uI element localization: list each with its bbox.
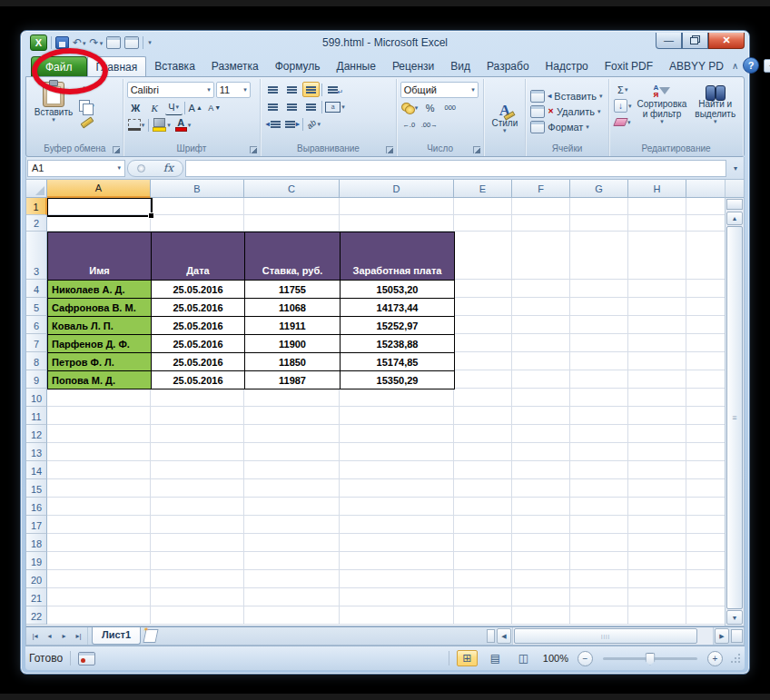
cell-C10[interactable] — [244, 389, 340, 407]
cell-B10[interactable] — [151, 389, 244, 407]
workbook-minimize-button[interactable]: — — [764, 59, 770, 73]
cell-E5[interactable] — [454, 298, 512, 316]
cell-A13[interactable] — [47, 443, 151, 461]
row-header-12[interactable]: 12 — [26, 425, 47, 443]
cell-G19[interactable] — [570, 552, 628, 570]
cell-G13[interactable] — [570, 443, 628, 461]
sheet-tab-list1[interactable]: Лист1 — [92, 627, 141, 645]
cell-H7[interactable] — [628, 334, 686, 352]
table-cell[interactable]: Николаев А. Д. — [48, 281, 152, 299]
cell-E14[interactable] — [454, 461, 512, 479]
cell-F2[interactable] — [512, 215, 570, 232]
horizontal-split-handle[interactable] — [487, 629, 495, 643]
cell-D1[interactable] — [340, 198, 454, 215]
cell-C14[interactable] — [244, 461, 340, 479]
cell-A19[interactable] — [47, 552, 151, 570]
scroll-left-icon[interactable]: ◀ — [497, 628, 511, 644]
cell-D11[interactable] — [340, 407, 454, 425]
cell-A18[interactable] — [47, 534, 151, 552]
cell-B22[interactable] — [151, 606, 244, 625]
delete-cells-button[interactable]: ✕Удалить▾ — [530, 104, 607, 119]
cell-E18[interactable] — [454, 534, 512, 552]
table-cell[interactable]: 15174,85 — [341, 353, 455, 371]
cell-C22[interactable] — [244, 606, 340, 625]
cell-H21[interactable] — [628, 588, 686, 606]
cell-F18[interactable] — [512, 534, 570, 552]
cell-B18[interactable] — [151, 534, 244, 552]
paste-button[interactable]: Вставить▾ — [29, 80, 78, 143]
cell-A21[interactable] — [47, 588, 151, 606]
table-tool-icon-1[interactable] — [106, 36, 121, 49]
zoom-slider[interactable] — [603, 657, 697, 660]
cell-H19[interactable] — [628, 552, 686, 570]
insert-cells-button[interactable]: ◂Вставить▾ — [530, 88, 607, 104]
cell-C19[interactable] — [244, 552, 340, 570]
align-bottom-button[interactable] — [302, 82, 320, 97]
autosum-button[interactable]: Σ▾ — [613, 82, 633, 97]
cell-E16[interactable] — [454, 498, 512, 516]
vertical-scroll-thumb[interactable] — [726, 226, 743, 609]
cell-F14[interactable] — [512, 461, 570, 479]
row-header-2[interactable]: 2 — [26, 215, 47, 232]
collapse-ribbon-icon[interactable]: ∧ — [732, 61, 738, 71]
cell-E13[interactable] — [454, 443, 512, 461]
align-right-button[interactable] — [302, 99, 320, 114]
cell-D18[interactable] — [340, 534, 454, 552]
cell-G22[interactable] — [570, 606, 628, 625]
tab-Рецензи[interactable]: Рецензи — [384, 56, 442, 76]
cell-F21[interactable] — [512, 588, 570, 606]
tab-Главная[interactable]: Главная — [87, 56, 147, 76]
cell-B13[interactable] — [151, 443, 244, 461]
first-sheet-icon[interactable]: |◂ — [28, 629, 42, 643]
tab-ABBYY PD[interactable]: ABBYY PD — [661, 56, 732, 76]
cell-F3[interactable] — [512, 232, 570, 280]
table-cell[interactable]: Петров Ф. Л. — [48, 353, 152, 371]
column-header-C[interactable]: C — [244, 180, 340, 198]
table-cell[interactable]: Коваль Л. П. — [48, 317, 152, 335]
cell-B15[interactable] — [151, 479, 244, 498]
cell-C20[interactable] — [244, 570, 340, 588]
alignment-dialog-launcher-icon[interactable] — [386, 146, 393, 153]
cell-D20[interactable] — [340, 570, 454, 588]
tab-Foxit PDF[interactable]: Foxit PDF — [597, 56, 661, 76]
row-header-1[interactable]: 1 — [26, 198, 47, 215]
table-cell[interactable]: 11911 — [245, 317, 341, 335]
cell-D22[interactable] — [340, 606, 454, 625]
cell-F22[interactable] — [512, 606, 570, 625]
next-sheet-icon[interactable]: ▸ — [57, 629, 71, 643]
table-tool-icon-2[interactable] — [124, 36, 139, 49]
cell-H10[interactable] — [628, 389, 686, 407]
cell-B11[interactable] — [151, 407, 244, 425]
cell-H13[interactable] — [628, 443, 686, 461]
row-header-19[interactable]: 19 — [26, 552, 47, 570]
table-header-cell[interactable]: Ставка, руб. — [245, 232, 341, 281]
cell-A11[interactable] — [47, 407, 151, 425]
cell-G21[interactable] — [570, 588, 628, 606]
row-header-11[interactable]: 11 — [26, 407, 47, 425]
cell-F13[interactable] — [512, 443, 570, 461]
cell-H9[interactable] — [628, 370, 686, 389]
copy-button[interactable]: ▾ — [78, 98, 95, 113]
cell-B16[interactable] — [151, 498, 244, 516]
row-header-15[interactable]: 15 — [26, 479, 47, 498]
cell-G5[interactable] — [570, 298, 628, 316]
cell-E11[interactable] — [454, 407, 512, 425]
cell-A15[interactable] — [47, 479, 151, 498]
cell-D12[interactable] — [340, 425, 454, 443]
cell-B21[interactable] — [151, 588, 244, 606]
cell-F20[interactable] — [512, 570, 570, 588]
merge-center-button[interactable]: a▾ — [324, 99, 346, 114]
font-size-select[interactable]: 11▾ — [216, 82, 251, 98]
tab-Вставка[interactable]: Вставка — [146, 56, 203, 76]
clear-button[interactable]: ▾ — [613, 114, 633, 130]
cell-H5[interactable] — [628, 298, 686, 316]
cell-D2[interactable] — [340, 215, 454, 232]
cell-F8[interactable] — [512, 352, 570, 370]
fill-button[interactable]: ↓▾ — [613, 98, 633, 113]
number-format-select[interactable]: Общий▾ — [400, 82, 479, 98]
cell-H17[interactable] — [628, 516, 686, 534]
sort-filter-button[interactable]: АЯ Сортировка и фильтр▾ — [635, 82, 690, 141]
format-painter-button[interactable] — [78, 114, 95, 130]
help-icon[interactable]: ? — [743, 57, 759, 74]
cell-F5[interactable] — [512, 298, 570, 316]
